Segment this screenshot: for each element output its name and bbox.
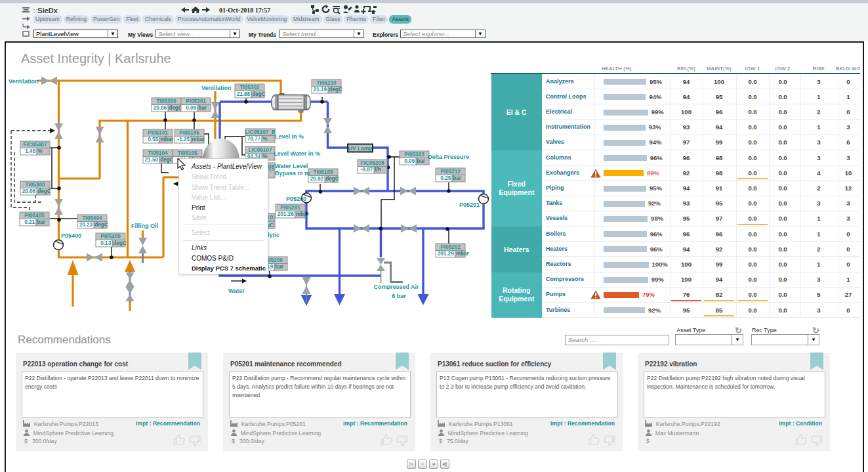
svg-text:degC: degC: [37, 188, 51, 194]
svg-text:TI05404: TI05404: [82, 215, 102, 221]
svg-text:PI05106: PI05106: [179, 130, 199, 136]
svg-text:PI05202: PI05202: [440, 244, 461, 250]
svg-text:TI05302: TI05302: [239, 85, 259, 91]
svg-text:Filling Oil: Filling Oil: [131, 223, 158, 229]
svg-text:Ventilation: Ventilation: [201, 85, 232, 91]
svg-text:bar: bar: [417, 158, 426, 164]
svg-text:degC: degC: [94, 222, 108, 228]
svg-text:0.55: 0.55: [148, 137, 158, 142]
svg-text:0.05: 0.05: [404, 158, 415, 164]
svg-text:bar: bar: [275, 264, 284, 270]
svg-text:Compressed Air: Compressed Air: [373, 284, 419, 290]
svg-text:-0.87: -0.87: [361, 167, 373, 173]
svg-text:TI05300: TI05300: [156, 98, 176, 104]
svg-text:PI05303: PI05303: [404, 152, 424, 158]
svg-text:78.77: 78.77: [247, 136, 261, 142]
svg-text:bar: bar: [198, 105, 207, 111]
svg-text:LIC05107: LIC05107: [249, 147, 272, 153]
svg-text:0.21: 0.21: [24, 219, 35, 225]
svg-text:degC: degC: [252, 91, 266, 97]
svg-text:Water Level: Water Level: [275, 163, 308, 169]
svg-text:6 bar: 6 bar: [392, 293, 406, 299]
svg-text:Level in %: Level in %: [275, 133, 304, 140]
svg-text:degC: degC: [329, 87, 342, 93]
svg-text:08: 08: [268, 163, 275, 170]
svg-text:Level Water in %: Level Water in %: [274, 150, 320, 157]
svg-text:21.88: 21.88: [237, 91, 251, 97]
svg-text:TI05210: TI05210: [316, 80, 336, 86]
svg-text:PI05201: PI05201: [280, 205, 300, 211]
svg-text:201.26: 201.26: [278, 211, 294, 217]
svg-text:201.29: 201.29: [438, 251, 454, 257]
svg-text:0.25: 0.25: [440, 175, 451, 181]
svg-text:TI05300: TI05300: [25, 182, 45, 188]
svg-text:mbar: mbar: [192, 137, 205, 142]
svg-text:0.13: 0.13: [100, 240, 111, 246]
svg-text:PI05212: PI05212: [440, 169, 461, 175]
svg-text:1.45: 1.45: [25, 148, 35, 154]
svg-text:l/h: l/h: [375, 167, 381, 173]
svg-text:%: %: [37, 148, 43, 154]
svg-text:Water: Water: [228, 288, 245, 294]
svg-text:PI05101: PI05101: [148, 130, 168, 136]
svg-text:P05201: P05201: [459, 202, 480, 208]
svg-text:P05400: P05400: [61, 232, 81, 239]
svg-text:lytic: lytic: [268, 232, 279, 238]
svg-text:PI05400: PI05400: [100, 234, 121, 240]
svg-text:%: %: [262, 136, 268, 142]
svg-text:-1.25: -1.25: [178, 137, 190, 142]
svg-text:21.50: 21.50: [145, 157, 159, 163]
svg-text:20.92: 20.92: [310, 176, 324, 182]
svg-text:LIC05107_B: LIC05107_B: [245, 129, 276, 135]
svg-text:Ventilation: Ventilation: [9, 78, 39, 85]
svg-text:TI05105: TI05105: [313, 169, 333, 175]
svg-text:FIC05407: FIC05407: [24, 142, 47, 148]
svg-text:mbar: mbar: [296, 211, 310, 217]
svg-text:PI05405: PI05405: [24, 213, 45, 219]
svg-text:Delta Pressure: Delta Pressure: [428, 154, 469, 160]
svg-text:bar: bar: [37, 219, 46, 225]
svg-text:TI05105: TI05105: [177, 150, 197, 156]
svg-text:UV Lamp: UV Lamp: [348, 145, 373, 152]
svg-text:mbar: mbar: [160, 137, 174, 142]
svg-text:Bypass in m: Bypass in m: [275, 170, 310, 177]
svg-text:degC: degC: [160, 157, 174, 163]
svg-text:0.09: 0.09: [186, 105, 196, 111]
svg-text:20.06: 20.06: [22, 188, 36, 194]
svg-text:TI05104: TI05104: [148, 150, 167, 156]
svg-text:degC: degC: [113, 240, 127, 246]
svg-text:degC: degC: [169, 105, 182, 111]
svg-text:20.23: 20.23: [79, 222, 93, 228]
svg-text:21.19: 21.19: [314, 87, 327, 93]
svg-text:PI05301: PI05301: [186, 98, 206, 104]
svg-text:mbar: mbar: [456, 251, 470, 257]
svg-text:20.06: 20.06: [154, 105, 167, 111]
svg-text:bar: bar: [453, 175, 462, 181]
svg-text:FIC05208: FIC05208: [361, 160, 384, 166]
svg-text:P05200: P05200: [286, 196, 306, 202]
svg-text:degC: degC: [325, 176, 339, 182]
